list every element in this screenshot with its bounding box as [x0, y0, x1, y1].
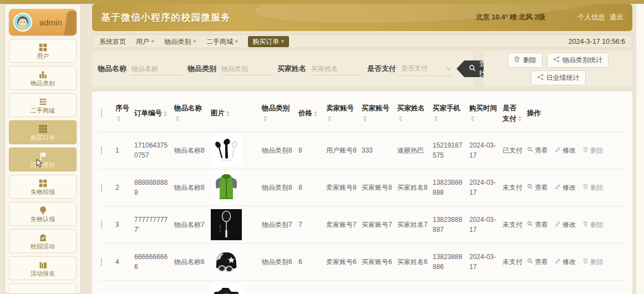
- close-icon[interactable]: ×: [235, 38, 238, 44]
- sort-icon[interactable]: [434, 116, 438, 121]
- sidebar-item-物品类别[interactable]: 物品类别: [9, 66, 77, 90]
- column-header-图片: 图片: [209, 96, 260, 131]
- magnifier-icon: [527, 220, 533, 230]
- close-icon[interactable]: ×: [151, 38, 154, 44]
- view-action[interactable]: 查看: [527, 257, 548, 267]
- column-header-操作: 操作: [525, 96, 626, 131]
- edit-action[interactable]: 修改: [555, 257, 576, 267]
- column-header-价格: 价格: [296, 96, 324, 131]
- trash-icon: [582, 220, 589, 230]
- sort-icon[interactable]: [176, 116, 179, 121]
- delete-action[interactable]: 删除: [582, 220, 604, 230]
- close-icon[interactable]: ×: [281, 38, 284, 44]
- table-row: 28888888888物品名称8物品类别88卖家账号8买家账号8买家姓名8138…: [99, 169, 626, 206]
- filter-label-是否支付: 是否支付: [367, 64, 396, 74]
- sidebar-item-二手商城[interactable]: 二手商城: [9, 93, 77, 117]
- filter-input-买家姓名[interactable]: [310, 63, 362, 75]
- top-accent-bar: [0, 0, 644, 4]
- pen-icon: [555, 220, 561, 230]
- sort-icon[interactable]: [164, 111, 167, 116]
- cell-buyer_account: 333: [359, 131, 395, 169]
- tab-购买订单[interactable]: 购买订单×: [248, 36, 288, 47]
- page-title: 基于微信小程序的校园微服务: [101, 11, 231, 24]
- cell-item_name: 物品名称8: [172, 131, 209, 169]
- cell-order_no: 1710643750757: [132, 131, 172, 169]
- row-checkbox[interactable]: [101, 183, 102, 192]
- cell-buyer_phone: 15219187575: [430, 131, 467, 169]
- sort-icon[interactable]: [471, 116, 474, 121]
- tab-二手商城[interactable]: 二手商城×: [206, 38, 238, 45]
- sidebar-item-partial[interactable]: [9, 283, 77, 294]
- sort-icon[interactable]: [328, 116, 331, 121]
- avatar: [13, 13, 32, 32]
- tab-系统首页[interactable]: 系统首页: [99, 38, 126, 45]
- share-icon: [553, 56, 560, 64]
- trash-icon: [582, 257, 589, 267]
- edit-action[interactable]: 修改: [555, 145, 576, 155]
- orders-table-card: 序号订单编号物品名称图片物品类别价格卖家账号买家账号买家姓名买家手机购买时间是否…: [92, 92, 632, 294]
- grid2-icon: [38, 43, 48, 52]
- sidebar-item-购买订单[interactable]: 购买订单: [9, 120, 77, 144]
- sort-icon[interactable]: [117, 116, 120, 121]
- delete-action[interactable]: 删除: [582, 257, 604, 267]
- cell-item_name: 物品名称7: [172, 206, 209, 243]
- sidebar-item-label: 购买订单: [31, 135, 55, 141]
- column-header-买家账号: 买家账号: [359, 96, 395, 131]
- view-action[interactable]: 查看: [527, 183, 548, 192]
- edit-action[interactable]: 修改: [555, 220, 576, 230]
- sort-icon[interactable]: [314, 111, 317, 116]
- sidebar-item-失物认领[interactable]: 失物认领: [9, 202, 77, 226]
- search-icon: [469, 64, 476, 73]
- sidebar-item-校园活动[interactable]: 校园活动: [9, 229, 77, 253]
- sidebar-item-活动报名[interactable]: 活动报名: [9, 256, 77, 280]
- cell-paid: 已支付: [500, 131, 525, 169]
- row-checkbox[interactable]: [101, 220, 102, 229]
- select-all-checkbox[interactable]: [101, 109, 102, 118]
- profile-link[interactable]: 个人信息: [577, 13, 605, 22]
- product-image-camera: [211, 283, 242, 294]
- sort-icon[interactable]: [226, 111, 230, 116]
- product-image-helmet: [211, 246, 242, 277]
- filter-input-物品类别[interactable]: [220, 63, 272, 75]
- sort-icon[interactable]: [363, 116, 367, 121]
- cell-buyer_account: [359, 280, 395, 294]
- close-icon[interactable]: ×: [192, 38, 196, 44]
- magnifier-icon: [527, 145, 533, 155]
- row-checkbox[interactable]: [101, 146, 102, 155]
- sidebar-item-失物招领[interactable]: 失物招领: [9, 175, 77, 199]
- cell-order_no: 8888888888: [132, 169, 172, 206]
- paid-status-select[interactable]: 是否支付: [400, 62, 451, 76]
- cell-category: 物品类别7: [260, 206, 296, 243]
- sort-icon[interactable]: [263, 116, 267, 121]
- delete-action[interactable]: 删除: [582, 145, 604, 155]
- sort-icon[interactable]: [399, 116, 402, 121]
- listfold-icon: [38, 97, 48, 107]
- row-checkbox[interactable]: [101, 257, 102, 266]
- daily-stats-button[interactable]: 日业绩统计: [531, 70, 586, 85]
- cell-buyer_account: 买家账号7: [359, 206, 395, 243]
- cell-category: 物品类别8: [260, 169, 296, 206]
- tab-用户[interactable]: 用户×: [136, 38, 154, 45]
- sort-icon[interactable]: [518, 116, 521, 121]
- edit-action[interactable]: 修改: [555, 183, 576, 192]
- cell-category: [260, 280, 296, 294]
- cell-category: 物品类别6: [260, 243, 296, 280]
- vertical-scrollbar[interactable]: [636, 4, 644, 294]
- category-stats-button[interactable]: 物品类别统计: [547, 53, 608, 68]
- filter-input-物品名称[interactable]: [130, 63, 182, 75]
- cell-paid: [500, 280, 525, 294]
- clipboard-icon: [38, 233, 48, 242]
- table-row: [99, 280, 626, 294]
- view-action[interactable]: 查看: [527, 220, 548, 230]
- sidebar-item-用户[interactable]: 用户: [9, 39, 77, 63]
- user-profile-card[interactable]: admin: [9, 9, 77, 36]
- delete-action[interactable]: 删除: [582, 183, 604, 192]
- cell-paid: 未支付: [500, 206, 525, 243]
- delete-button[interactable]: 删除: [508, 53, 542, 68]
- trash-icon: [514, 56, 520, 64]
- view-action[interactable]: 查看: [527, 145, 548, 155]
- cell-seller_account: 卖家账号8: [324, 169, 359, 206]
- cell-buyer_name: 买家姓名8: [395, 169, 430, 206]
- tab-物品类别[interactable]: 物品类别×: [164, 38, 196, 45]
- logout-link[interactable]: 退出: [610, 13, 623, 22]
